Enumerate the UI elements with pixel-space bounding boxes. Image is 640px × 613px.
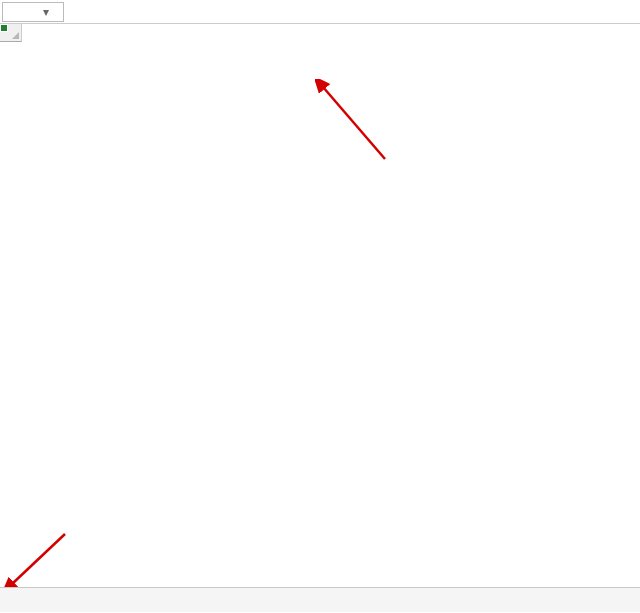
chevron-down-icon[interactable]: ▾ — [33, 5, 59, 19]
fx-button[interactable] — [106, 3, 124, 21]
formula-input[interactable] — [124, 2, 640, 22]
svg-line-1 — [323, 87, 385, 159]
cancel-formula-button[interactable] — [70, 3, 88, 21]
formula-bar: ▾ — [0, 0, 640, 24]
annotation-arrow-formula — [195, 24, 255, 28]
name-box[interactable]: ▾ — [2, 2, 64, 22]
sheet-tab-bar — [0, 587, 640, 612]
svg-line-2 — [12, 534, 65, 584]
fill-handle[interactable] — [0, 24, 8, 32]
spreadsheet-grid — [0, 24, 640, 587]
annotation-arrow-tabs — [0, 529, 80, 587]
accept-formula-button[interactable] — [88, 3, 106, 21]
annotation-arrow-cell — [315, 79, 395, 169]
add-sheet-button[interactable] — [40, 589, 62, 611]
